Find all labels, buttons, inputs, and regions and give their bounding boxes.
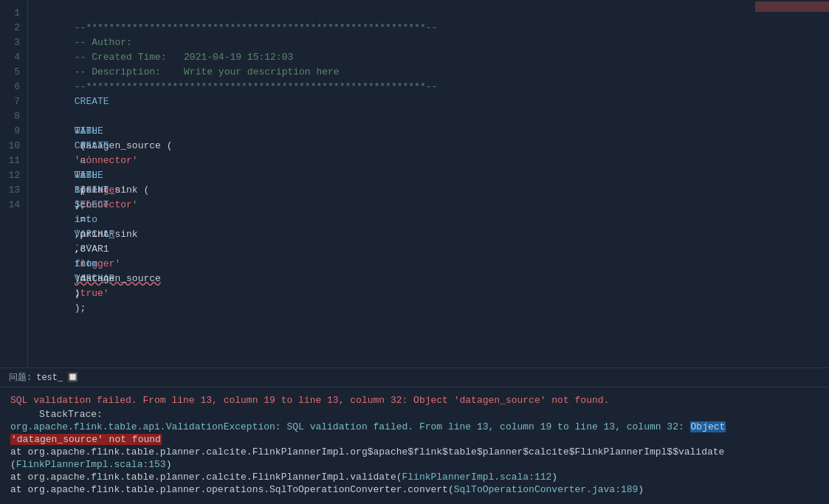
problem-icon: 🔲 bbox=[67, 372, 78, 383]
datagen-source-ref: datagen_source bbox=[75, 273, 161, 284]
ln-1: 1 bbox=[0, 6, 27, 21]
comment-2: -- Author: bbox=[75, 37, 132, 48]
ln-13: 13 bbox=[0, 183, 27, 198]
error-validation-line: org.apache.flink.table.api.ValidationExc… bbox=[10, 421, 819, 432]
comment-4: -- Description: Write your description h… bbox=[75, 66, 340, 77]
error-link-2[interactable]: FlinkPlannerImpl.scala:153 bbox=[16, 459, 166, 470]
stacktrace-indent bbox=[10, 409, 33, 420]
code-line-1: --**************************************… bbox=[40, 6, 829, 21]
kw-with-10: WITH bbox=[75, 170, 97, 181]
code-line-12: insert into print_sink bbox=[40, 168, 829, 183]
kw-insert-12: insert bbox=[75, 184, 109, 196]
ln-11: 11 bbox=[0, 153, 27, 168]
comment-1: --**************************************… bbox=[75, 22, 437, 33]
error-link-4[interactable]: SqlToOperationConverter.java:189 bbox=[454, 484, 639, 495]
code-line-14 bbox=[40, 198, 829, 213]
code-line-13: SELECT `c` ,8 from datagen_source ; bbox=[40, 183, 829, 198]
kw-with-7: WITH bbox=[75, 125, 97, 137]
ln-5: 5 bbox=[0, 65, 27, 80]
ln-3: 3 bbox=[0, 35, 27, 50]
ln-6: 6 bbox=[0, 80, 27, 94]
minimap-highlight bbox=[755, 1, 829, 12]
minimap bbox=[755, 0, 829, 367]
error-panel: SQL validation failed. From line 13, col… bbox=[0, 387, 829, 504]
comment-5: --**************************************… bbox=[75, 81, 437, 92]
code-line-7: WITH ( 'connector' = 'datagen' ); bbox=[40, 94, 829, 109]
code-line-3: -- Created Time: 2021-04-19 15:12:03 bbox=[40, 35, 829, 50]
ln-10: 10 bbox=[0, 139, 27, 153]
ln-9: 9 bbox=[0, 124, 27, 139]
ln-14: 14 bbox=[0, 198, 27, 213]
error-notfound-line: 'datagen_source' not found bbox=[10, 434, 819, 445]
code-line-11 bbox=[40, 153, 829, 168]
error-link-3[interactable]: FlinkPlannerImpl.scala:112 bbox=[402, 472, 552, 483]
error-link-1: org.apache.flink.table.api.ValidationExc… bbox=[10, 421, 690, 432]
editor-area: 1 2 3 4 5 6 7 8 9 10 11 12 13 14 --*****… bbox=[0, 0, 829, 367]
error-highlight-object: Object bbox=[690, 421, 726, 432]
problem-label: 问题: bbox=[9, 371, 32, 384]
error-highlight-datagen: 'datagen_source' not found bbox=[10, 434, 162, 445]
ln-4: 4 bbox=[0, 50, 27, 65]
line-numbers: 1 2 3 4 5 6 7 8 9 10 11 12 13 14 bbox=[0, 0, 28, 367]
comment-3: -- Created Time: 2021-04-19 15:12:03 bbox=[75, 52, 293, 63]
kw-create-9: CREATE bbox=[75, 140, 109, 151]
error-at-line-4: at org.apache.flink.table.planner.operat… bbox=[10, 484, 819, 495]
ln-8: 8 bbox=[0, 109, 27, 124]
error-stacktrace-label: StackTrace: bbox=[10, 409, 819, 420]
kw-create-6: CREATE bbox=[75, 96, 109, 107]
ln-7: 7 bbox=[0, 94, 27, 109]
ln-2: 2 bbox=[0, 21, 27, 35]
error-at-line-3: at org.apache.flink.table.planner.calcit… bbox=[10, 472, 819, 483]
problem-filename: test_ bbox=[36, 373, 63, 383]
error-main-line: SQL validation failed. From line 13, col… bbox=[10, 395, 819, 406]
problem-bar: 问题: test_ 🔲 bbox=[0, 367, 829, 387]
code-content[interactable]: --**************************************… bbox=[28, 0, 829, 367]
error-at-line-2: (FlinkPlannerImpl.scala:153) bbox=[10, 459, 819, 470]
code-line-8 bbox=[40, 109, 829, 124]
error-at-line-1: at org.apache.flink.table.planner.calcit… bbox=[10, 446, 819, 458]
kw-from-13: from bbox=[75, 258, 97, 269]
code-line-9: CREATE TABLE print_sink ( `c` VARCHAR , … bbox=[40, 124, 829, 139]
kw-select-13: SELECT bbox=[75, 199, 109, 210]
ln-12: 12 bbox=[0, 168, 27, 183]
